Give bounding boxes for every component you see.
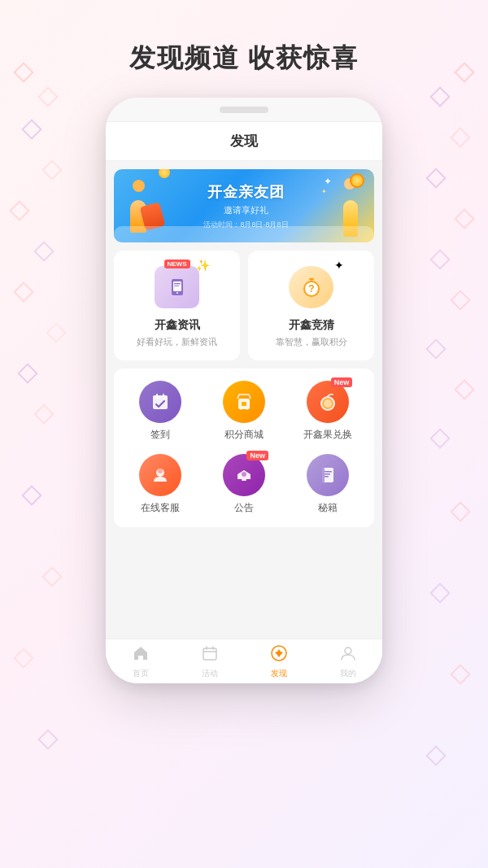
svg-rect-15 [242,402,246,406]
guide-label: 秘籍 [318,501,338,515]
svg-point-22 [158,469,163,473]
stars-deco2: ✦ [334,259,344,272]
svg-rect-9 [311,278,312,281]
phone-top [106,98,382,122]
timer-icon: ? [289,266,333,308]
svg-rect-31 [203,648,216,660]
fruit-icon: New [307,381,349,423]
new-badge-notice: New [246,451,268,460]
svg-rect-11 [153,395,168,399]
svg-rect-24 [242,479,246,481]
card-news-name: 开鑫资讯 [155,318,200,333]
phone-svg [168,277,187,297]
nav-label-activity: 活动 [202,668,218,679]
news-badge: NEWS [164,260,190,268]
screen: 发现 开金亲友团 邀请享好礼 活动时间：8月8日-8月8日 [106,122,382,683]
menu-item-store[interactable]: 积分商城 [202,381,285,442]
store-icon [223,381,265,423]
profile-icon [339,644,357,666]
svg-rect-13 [163,394,164,397]
activity-icon [201,644,219,666]
store-svg [233,390,255,413]
menu-item-notice[interactable]: New 公告 [202,454,285,515]
checkin-label: 签到 [150,428,170,442]
news-icon-wrap: NEWS ✨ [149,263,206,312]
menu-item-guide[interactable]: 秘籍 [286,454,370,515]
store-label: 积分商城 [224,428,264,442]
phone-frame: 发现 开金亲友团 邀请享好礼 活动时间：8月8日-8月8日 [106,98,382,683]
svg-rect-28 [324,473,330,475]
card-quiz-name: 开鑫竞猜 [289,318,334,333]
banner-subtitle: 邀请享好礼 [175,204,317,216]
grid-menu: 签到 积分商城 [114,369,374,527]
service-label: 在线客服 [141,501,180,515]
svg-text:?: ? [308,283,314,294]
notice-label: 公告 [234,501,254,515]
svg-point-16 [239,408,242,410]
svg-point-33 [345,648,351,654]
svg-rect-30 [322,468,325,482]
app-header-title: 发现 [230,133,258,149]
banner-content: 开金亲友团 邀请享好礼 活动时间：8月8日-8月8日 [175,182,317,230]
banner[interactable]: 开金亲友团 邀请享好礼 活动时间：8月8日-8月8日 ✦ ✦ [114,169,374,242]
menu-item-service[interactable]: 在线客服 [118,454,202,515]
fruit-label: 开鑫果兑换 [303,428,352,442]
checkin-icon [139,381,181,423]
nav-label-discover: 发现 [271,668,287,679]
feature-cards: NEWS ✨ 开鑫资讯 好看 [114,251,374,360]
timer-svg: ? [299,275,324,299]
svg-rect-12 [156,394,158,397]
guide-icon [307,454,349,496]
new-badge-fruit: New [331,377,353,387]
nav-label-home: 首页 [133,668,149,679]
feature-card-news[interactable]: NEWS ✨ 开鑫资讯 好看 [114,251,240,360]
nav-label-profile: 我的 [340,668,356,679]
nav-item-discover[interactable]: 发现 [244,639,313,683]
app-header: 发现 [106,122,382,161]
svg-rect-4 [174,286,179,286]
svg-point-17 [246,408,248,410]
page-title: 发现频道 收获惊喜 [0,41,488,76]
feature-card-quiz[interactable]: ? ✦ 开鑫竞猜 靠智慧，赢取积分 [248,251,374,360]
home-icon [132,644,150,666]
quiz-icon-wrap: ? ✦ [283,263,340,312]
cloud-deco [114,226,374,242]
svg-point-20 [324,399,332,408]
svg-point-2 [176,292,178,294]
svg-rect-27 [324,471,332,473]
bottom-nav: 首页 活动 发现 [106,639,382,683]
stars-deco: ✨ [196,259,210,272]
phone-camera [220,107,268,113]
notice-icon: New [223,454,265,496]
phone-icon: NEWS [155,266,199,308]
menu-item-checkin[interactable]: 签到 [118,381,202,442]
guide-svg [316,464,339,486]
service-icon [139,454,181,496]
svg-point-25 [242,472,246,477]
nav-item-activity[interactable]: 活动 [175,639,244,683]
card-quiz-desc: 靠智慧，赢取积分 [276,336,347,348]
card-news-desc: 好看好玩，新鲜资讯 [137,336,217,348]
notice-svg [233,464,255,486]
checkin-svg [149,390,172,413]
fruit-svg [316,390,339,413]
menu-item-fruit[interactable]: New 开鑫果兑换 [286,381,370,442]
scroll-content[interactable]: 开金亲友团 邀请享好礼 活动时间：8月8日-8月8日 ✦ ✦ [106,161,382,639]
banner-title: 开金亲友团 [175,182,317,202]
service-svg [149,464,172,486]
svg-rect-3 [174,283,181,285]
discover-icon [270,644,288,666]
